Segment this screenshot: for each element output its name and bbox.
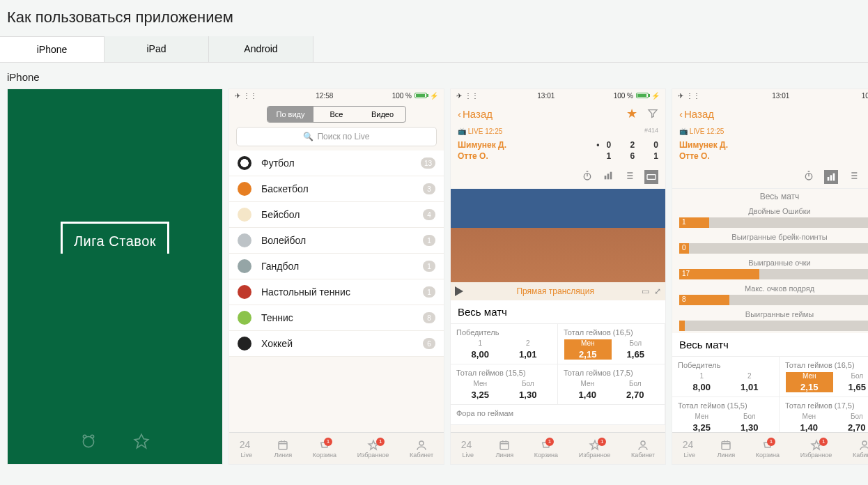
bottom-tab[interactable]: 24Live bbox=[240, 439, 254, 459]
play-icon[interactable] bbox=[455, 286, 463, 296]
sport-name: Настольный теннис bbox=[261, 286, 423, 298]
player-row: Отте О.1 bbox=[679, 151, 868, 162]
player-row: Шимунек Д. •0 2 0 bbox=[458, 139, 658, 151]
stopwatch-icon[interactable] bbox=[582, 170, 593, 181]
market-title: Тотал геймов (16,5) bbox=[564, 327, 659, 339]
tab-iphone[interactable]: iPhone bbox=[0, 36, 104, 62]
keyboard-icon[interactable] bbox=[644, 170, 658, 184]
bottom-tab-label: Live bbox=[463, 452, 474, 459]
sport-item[interactable]: Баскетбол3 bbox=[229, 176, 444, 202]
segment-video[interactable]: Видео bbox=[359, 107, 405, 122]
market: Тотал геймов (16,5) Мен2,15 Бол1,65 bbox=[780, 357, 868, 397]
odd[interactable]: 21,01 bbox=[726, 372, 774, 392]
svg-rect-7 bbox=[607, 174, 610, 179]
sport-item[interactable]: Теннис8 bbox=[229, 305, 444, 331]
tab-android[interactable]: Android bbox=[209, 36, 313, 62]
odd[interactable]: Бол2,70 bbox=[833, 413, 869, 433]
sport-item[interactable]: Футбол13 bbox=[229, 151, 444, 176]
sport-count: 13 bbox=[421, 157, 435, 169]
filter-icon[interactable] bbox=[647, 108, 658, 119]
segment-by-type[interactable]: По виду bbox=[268, 107, 313, 122]
badge: 1 bbox=[324, 438, 332, 446]
chart-icon[interactable] bbox=[824, 170, 838, 184]
bottom-tab[interactable]: Линия bbox=[495, 439, 513, 459]
bottom-tab[interactable]: Корзина1 bbox=[756, 439, 780, 459]
odd[interactable]: Мен1,40 bbox=[564, 380, 612, 400]
back-button[interactable]: ‹Назад bbox=[458, 108, 493, 120]
bottom-bar: 24LiveЛинияКорзина1Избранное1Кабинет bbox=[451, 432, 665, 464]
bottom-tab[interactable]: Избранное1 bbox=[357, 439, 389, 459]
list-icon[interactable] bbox=[848, 170, 859, 181]
sport-item[interactable]: Волейбол1 bbox=[229, 228, 444, 254]
segment-all[interactable]: Все bbox=[313, 107, 359, 122]
star-icon[interactable]: ★ bbox=[626, 106, 637, 121]
svg-rect-8 bbox=[610, 172, 612, 180]
bottom-tab[interactable]: Линия bbox=[717, 439, 735, 459]
svg-rect-3 bbox=[279, 441, 287, 449]
odd[interactable]: Бол1,65 bbox=[612, 339, 660, 360]
odd[interactable]: Бол1,65 bbox=[834, 372, 869, 392]
odd[interactable]: Мен3,25 bbox=[456, 380, 504, 400]
sport-item[interactable]: Бейсбол4 bbox=[229, 202, 444, 228]
stat-bar: 17 bbox=[679, 269, 868, 279]
section-title: Весь матч bbox=[451, 300, 665, 324]
stat-row: Двойные Ошибки1 bbox=[672, 204, 868, 230]
tab-ipad[interactable]: iPad bbox=[104, 36, 209, 62]
bottom-tab[interactable]: Кабинет bbox=[410, 439, 433, 459]
video-label: Прямая трансляция bbox=[469, 286, 642, 296]
sport-name: Волейбол bbox=[261, 235, 423, 246]
odd[interactable]: Мен1,40 bbox=[785, 413, 833, 433]
stat-bar: 1 bbox=[679, 217, 868, 228]
sports-list: Футбол13Баскетбол3Бейсбол4Волейбол1Гандб… bbox=[229, 151, 444, 357]
list-icon[interactable] bbox=[623, 170, 635, 181]
status-bar: ✈⋮⋮ 12:58 100 %⚡ bbox=[229, 89, 444, 102]
odd[interactable]: Мен3,25 bbox=[678, 413, 726, 433]
odd[interactable]: Бол2,70 bbox=[612, 380, 660, 400]
bottom-tab[interactable]: 24Live bbox=[461, 439, 475, 459]
section-title: Весь матч bbox=[672, 333, 868, 357]
odd[interactable]: 21,01 bbox=[504, 339, 552, 360]
segment-control[interactable]: По виду Все Видео bbox=[267, 106, 406, 123]
sport-name: Теннис bbox=[261, 312, 423, 323]
wifi-icon: ⋮⋮ bbox=[465, 92, 479, 100]
bottom-tab[interactable]: 24Live bbox=[683, 439, 697, 459]
bottom-tab[interactable]: Корзина1 bbox=[534, 439, 558, 459]
video-player[interactable]: Прямая трансляция ▭ ⤢ bbox=[451, 189, 665, 300]
bottom-tab[interactable]: Избранное1 bbox=[579, 439, 611, 459]
stat-bar: 0 bbox=[679, 243, 868, 254]
market-title: Тотал геймов (16,5) bbox=[785, 360, 868, 372]
sport-item[interactable]: Хоккей6 bbox=[229, 331, 444, 357]
back-button[interactable]: ‹Назад bbox=[679, 108, 714, 120]
search-input[interactable]: 🔍 Поиск по Live bbox=[236, 127, 437, 146]
sport-item[interactable]: Настольный теннис1 bbox=[229, 279, 444, 305]
svg-point-18 bbox=[862, 441, 867, 445]
expand-icon[interactable]: ⤢ bbox=[654, 286, 661, 296]
badge: 1 bbox=[545, 438, 554, 446]
airplane-icon: ✈ bbox=[678, 92, 683, 100]
stat-label: Выигранные брейк-поинты bbox=[679, 231, 868, 243]
odd[interactable]: 18,00 bbox=[678, 372, 726, 392]
player-row: Отте О. 1 6 1 bbox=[458, 151, 658, 162]
odd[interactable]: Бол1,30 bbox=[504, 380, 552, 400]
bottom-tab[interactable]: Избранное1 bbox=[800, 439, 832, 459]
chevron-left-icon: ‹ bbox=[679, 108, 683, 120]
odd[interactable]: Мен2,15 bbox=[564, 339, 612, 360]
bottom-tab[interactable]: Корзина1 bbox=[313, 439, 336, 459]
market: Фора по геймам bbox=[451, 405, 665, 425]
bottom-tab[interactable]: Линия bbox=[274, 439, 292, 459]
charging-icon: ⚡ bbox=[430, 92, 438, 100]
sport-count: 1 bbox=[423, 261, 435, 272]
chart-icon[interactable] bbox=[603, 170, 614, 181]
odd[interactable]: Бол1,30 bbox=[726, 413, 774, 433]
stopwatch-icon[interactable] bbox=[803, 170, 814, 181]
sport-item[interactable]: Гандбол1 bbox=[229, 254, 444, 279]
battery-text: 100 % bbox=[862, 92, 868, 100]
bottom-tab[interactable]: Кабинет bbox=[853, 439, 868, 459]
charging-icon: ⚡ bbox=[651, 92, 660, 100]
cast-icon[interactable]: ▭ bbox=[642, 286, 649, 296]
airplane-icon: ✈ bbox=[456, 92, 462, 100]
screenshot-match-video: ✈⋮⋮ 13:01 100 %⚡ ‹Назад ★ 📺 LIVE 12:25 #… bbox=[450, 88, 666, 465]
odd[interactable]: Мен2,15 bbox=[786, 372, 833, 392]
bottom-tab[interactable]: Кабинет bbox=[631, 439, 655, 459]
odd[interactable]: 18,00 bbox=[456, 339, 504, 360]
